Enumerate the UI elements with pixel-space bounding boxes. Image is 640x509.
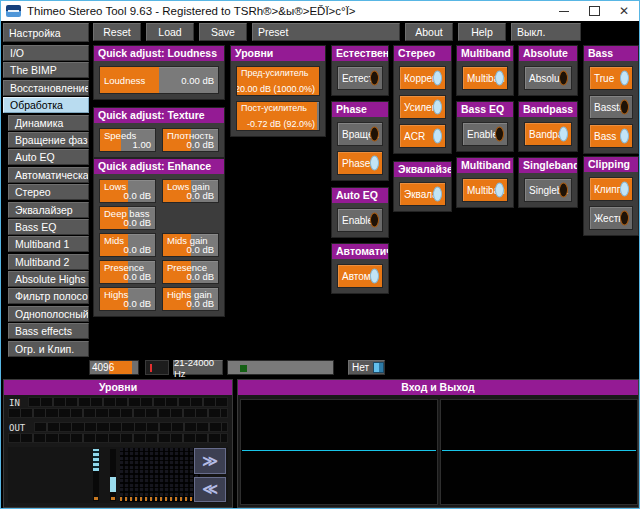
- slider-value: 0.0 dB: [187, 190, 214, 201]
- sidebar-item-io[interactable]: I/O: [3, 45, 89, 61]
- sidebar-item-absolute-highs[interactable]: Absolute Highs: [8, 271, 89, 287]
- panel-bass: Bass True Basstar Bass: [583, 45, 639, 154]
- phase-toggle[interactable]: Phase: [337, 151, 383, 175]
- panel-stereo: Стерео Коррек Усилен ACR: [393, 45, 452, 154]
- toggle-knob-icon: [370, 71, 379, 86]
- slider-label: Loudness: [104, 75, 145, 86]
- presence-slider[interactable]: Presence 0.0 dB: [99, 260, 156, 284]
- toggle-label: Absolut: [529, 73, 562, 84]
- slider-value: 0.0 dB: [124, 244, 151, 255]
- true-bass-toggle[interactable]: True: [589, 66, 633, 90]
- toggle-knob-icon: [370, 213, 379, 228]
- speeds-slider[interactable]: Speeds 1.00: [99, 128, 156, 152]
- sidebar-item-processing[interactable]: Обработка: [3, 97, 89, 113]
- stereo-boost-toggle[interactable]: Усилен: [399, 95, 446, 119]
- auto-eq-enable-toggle[interactable]: Enable: [337, 208, 383, 232]
- meter-back-button[interactable]: ≪: [194, 477, 226, 503]
- save-button[interactable]: Save: [199, 23, 247, 41]
- mids-slider[interactable]: Mids 0.0 dB: [99, 233, 156, 257]
- sidebar-item-bass-effects[interactable]: Bass effects: [8, 323, 89, 339]
- progress-bar[interactable]: [227, 360, 334, 375]
- acr-toggle[interactable]: ACR: [399, 124, 446, 148]
- sidebar-item-restoration[interactable]: Восстановление: [3, 80, 89, 96]
- sidebar-item-dynamics[interactable]: Динамика: [8, 115, 89, 131]
- bass-eq-enable-toggle[interactable]: Enable: [462, 122, 508, 146]
- sidebar-item-multiband-1[interactable]: Multiband 1: [8, 236, 89, 252]
- sidebar-item-automatic[interactable]: Автоматическая: [8, 167, 89, 183]
- reset-button[interactable]: Reset: [93, 23, 141, 41]
- bandpass-toggle[interactable]: Bandpa: [524, 122, 572, 146]
- bass-toggle[interactable]: Bass: [589, 124, 633, 148]
- hard-limit-toggle[interactable]: Жестко: [589, 206, 633, 230]
- highs-slider[interactable]: Highs 0.0 dB: [99, 287, 156, 311]
- panel-title: Bass: [584, 46, 638, 61]
- panel-title: Clipping: [584, 157, 638, 172]
- multiband-bottom-toggle[interactable]: Multiban: [462, 178, 508, 202]
- sidebar-item-the-bimp[interactable]: The BIMP: [3, 62, 89, 78]
- power-off-button[interactable]: Выкл.: [511, 23, 581, 41]
- close-button[interactable]: ✕: [609, 1, 639, 21]
- loudness-slider[interactable]: Loudness 0.00 dB: [99, 66, 219, 94]
- level-segments: [93, 449, 99, 471]
- out-meter-row-2: [8, 433, 228, 443]
- density-slider[interactable]: Плотность 0.0 dB: [162, 128, 219, 152]
- sidebar-header-settings[interactable]: Настройка: [3, 23, 89, 42]
- help-button[interactable]: Help: [458, 23, 506, 41]
- sidebar-item-limiter-clipper[interactable]: Огр. и Клип.: [8, 341, 89, 357]
- meter-forward-button[interactable]: ≫: [194, 448, 226, 474]
- sidebar-item-stereo[interactable]: Стерео: [8, 184, 89, 200]
- out-meter-row-1: [34, 422, 228, 432]
- toggle-knob-icon: [620, 129, 629, 144]
- toggle-knob-icon: [495, 71, 504, 86]
- panel-title: Уровни: [4, 380, 232, 395]
- natural-toggle[interactable]: Естеств: [337, 66, 383, 90]
- maximize-button[interactable]: [579, 1, 609, 21]
- mids-gain-slider[interactable]: Mids gain 0.0 dB: [162, 233, 219, 257]
- slider-label: Speeds: [104, 130, 136, 141]
- preset-button[interactable]: Preset: [252, 23, 400, 41]
- about-button[interactable]: About: [405, 23, 453, 41]
- sidebar-item-singleband[interactable]: Однополосный: [8, 306, 89, 322]
- deep-bass-slider[interactable]: Deep bass 0.0 dB: [99, 206, 156, 230]
- slider-label: Пост-усилитель: [241, 103, 307, 113]
- minimize-button[interactable]: [549, 1, 579, 21]
- latency-label: Нет: [352, 362, 369, 373]
- lows-slider[interactable]: Lows 0.0 dB: [99, 179, 156, 203]
- panel-natural: Естественн Естеств: [331, 45, 389, 96]
- cpu-meter: [145, 360, 169, 375]
- basstardizer-toggle[interactable]: Basstar: [589, 95, 633, 119]
- panel-auto-eq: Auto EQ Enable: [331, 187, 389, 238]
- multiband-top-toggle[interactable]: Multiban: [462, 66, 508, 90]
- phase-rotation-toggle[interactable]: Вращен: [337, 122, 383, 146]
- presence-gain-slider[interactable]: Presence 0.0 dB: [162, 260, 219, 284]
- io-scope-panel: Вход и Выход: [237, 379, 639, 508]
- automatic-toggle[interactable]: Автома: [337, 264, 383, 288]
- toggle-knob-icon: [620, 100, 629, 115]
- meter-indicator: [150, 364, 152, 372]
- highs-gain-slider[interactable]: Highs gain 0.0 dB: [162, 287, 219, 311]
- frequency-range-label: 21-24000 Hz: [173, 360, 223, 375]
- absolute-toggle[interactable]: Absolut: [524, 66, 572, 90]
- singleband-toggle[interactable]: Singleba: [524, 178, 572, 202]
- latency-toggle[interactable]: Нет: [348, 360, 385, 375]
- panel-quick-enhance: Quick adjust: Enhance Lows 0.0 dB Lows g…: [93, 158, 225, 317]
- buffer-size-slider[interactable]: 4096: [89, 360, 139, 375]
- slider-value: 0.0 dB: [124, 217, 151, 228]
- stereo-correction-toggle[interactable]: Коррек: [399, 66, 446, 90]
- equalizer-toggle[interactable]: Эквала: [399, 182, 446, 206]
- toggle-knob-icon: [620, 182, 629, 197]
- post-amp-slider[interactable]: Пост-усилитель -0.72 dB (92.0%): [236, 101, 320, 131]
- sidebar-item-bandpass-filter[interactable]: Фильтр полосовой: [8, 288, 89, 304]
- sidebar-item-bass-eq[interactable]: Bass EQ: [8, 219, 89, 235]
- slider-value: 0.0 dB: [187, 244, 214, 255]
- sidebar-item-auto-eq[interactable]: Auto EQ: [8, 149, 89, 165]
- slider-value: 1.00: [133, 139, 152, 150]
- sidebar-item-equalizer[interactable]: Эквалайзер: [8, 202, 89, 218]
- load-button[interactable]: Load: [146, 23, 194, 41]
- panel-title: Multiband: [457, 46, 513, 61]
- clipper-toggle[interactable]: Клиппе: [589, 177, 633, 201]
- lows-gain-slider[interactable]: Lows gain 0.0 dB: [162, 179, 219, 203]
- pre-amp-slider[interactable]: Пред-усилитель +20.00 dB (1000.0%): [236, 66, 320, 96]
- sidebar-item-phase-rotation[interactable]: Вращение фазы: [8, 132, 89, 148]
- sidebar-item-multiband-2[interactable]: Multiband 2: [8, 254, 89, 270]
